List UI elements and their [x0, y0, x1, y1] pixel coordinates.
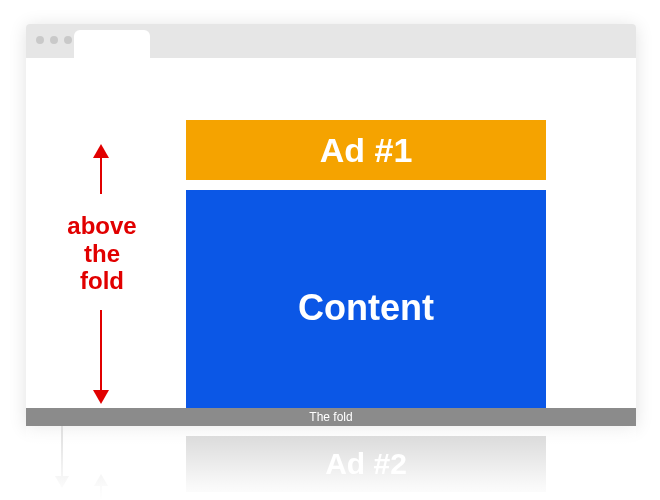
above-fold-word: fold [54, 267, 150, 295]
fold-line: The fold [26, 408, 636, 426]
browser-tab [74, 30, 150, 58]
ad-block-1-label: Ad #1 [320, 131, 413, 170]
arrow-down-icon [100, 310, 102, 402]
content-block-label: Content [298, 287, 434, 329]
window-controls [36, 36, 72, 44]
content-block: Content [186, 190, 546, 426]
ad-block-1: Ad #1 [186, 120, 546, 180]
window-control-dot [64, 36, 72, 44]
fold-line-label: The fold [309, 410, 352, 424]
browser-tab-bar [26, 24, 636, 58]
window-control-dot [50, 36, 58, 44]
window-control-dot [36, 36, 44, 44]
above-fold-annotation: above the fold [54, 212, 150, 295]
above-fold-word: above [54, 212, 150, 240]
arrow-up-icon [100, 146, 102, 194]
above-fold-word: the [54, 240, 150, 268]
reflection-fade-overlay [26, 426, 636, 500]
below-fold-reflection: Ad #2 [26, 426, 636, 500]
